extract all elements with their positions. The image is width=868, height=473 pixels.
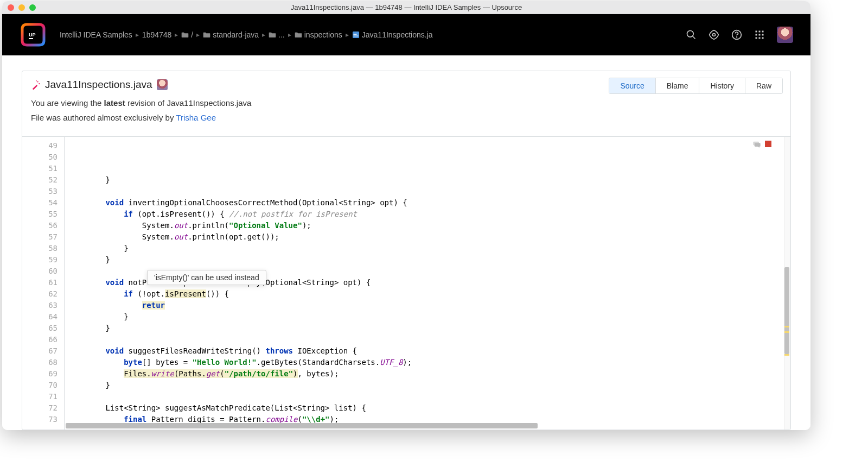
breadcrumb-item[interactable]: IntelliJ IDEA Samples [60, 30, 132, 39]
code-line[interactable]: } [65, 174, 747, 186]
line-number: 51 [22, 163, 64, 174]
view-tabs: SourceBlameHistoryRaw [609, 78, 783, 94]
svg-point-9 [713, 34, 716, 36]
inspection-tooltip: 'isEmpty()' can be used instead [147, 270, 266, 285]
breadcrumb-separator: ▸ [262, 31, 265, 39]
mac-window-controls[interactable] [8, 4, 36, 11]
code-line[interactable]: List<String> suggestAsMatchPredicate(Lis… [65, 402, 747, 414]
svg-rect-16 [759, 34, 761, 36]
line-number: 64 [22, 311, 64, 323]
minimize-window-button[interactable] [18, 4, 25, 11]
code-line[interactable] [65, 186, 747, 197]
breadcrumb-separator: ▸ [288, 31, 291, 39]
author-info-prefix: File was authored almost exclusively by [31, 113, 176, 122]
scrollbar-vertical[interactable] [784, 137, 790, 430]
breadcrumb-separator: ▸ [346, 31, 349, 39]
breadcrumb-item[interactable]: standard-java [203, 30, 259, 39]
breadcrumb-separator: ▸ [196, 31, 200, 39]
tab-source[interactable]: Source [609, 78, 655, 93]
svg-rect-19 [759, 37, 761, 39]
code-viewer[interactable]: 4950515253545556575859606162636465666768… [22, 136, 790, 430]
author-info: File was authored almost exclusively by … [31, 113, 782, 122]
code-line[interactable]: } [65, 380, 747, 391]
comments-icon[interactable] [752, 140, 762, 151]
line-number: 72 [22, 402, 64, 414]
code-line[interactable] [65, 391, 747, 402]
svg-line-7 [693, 36, 695, 39]
content-area: Java11Inspections.java SourceBlameHistor… [2, 55, 810, 430]
upsource-logo[interactable]: UP [20, 22, 47, 47]
author-link[interactable]: Trisha Gee [176, 113, 216, 122]
magic-wand-icon [31, 80, 41, 90]
nav-actions [686, 27, 793, 43]
line-number: 49 [22, 140, 64, 152]
line-number: 54 [22, 197, 64, 209]
code-line[interactable]: } [65, 254, 747, 266]
code-line[interactable]: Files.write(Paths.get("/path/to/file"), … [65, 368, 747, 380]
svg-point-6 [687, 31, 694, 37]
scrollbar-thumb[interactable] [784, 267, 789, 354]
svg-rect-2 [29, 38, 33, 39]
svg-rect-17 [762, 34, 764, 36]
close-window-button[interactable] [8, 4, 14, 11]
navbar: UP IntelliJ IDEA Samples▸1b94748▸/▸stand… [2, 14, 810, 55]
line-number: 66 [22, 334, 64, 345]
line-number: 50 [22, 152, 64, 163]
code-line[interactable]: byte[] bytes = "Hello World!".getBytes(S… [65, 357, 747, 368]
svg-point-23 [39, 83, 40, 84]
code-line[interactable]: System.out.println("Optional Value"); [65, 220, 747, 231]
code-line[interactable]: retur [65, 300, 747, 311]
line-number: 59 [22, 254, 64, 266]
tab-history[interactable]: History [699, 78, 745, 93]
tab-raw[interactable]: Raw [745, 78, 782, 93]
tab-blame[interactable]: Blame [656, 78, 700, 93]
breadcrumb-separator: ▸ [175, 31, 178, 39]
code-line[interactable] [65, 334, 747, 345]
svg-rect-21 [33, 85, 38, 90]
file-pane: Java11Inspections.java SourceBlameHistor… [22, 71, 791, 430]
code-line[interactable]: void suggestFilesReadWriteString() throw… [65, 345, 747, 357]
code-line[interactable]: } [65, 243, 747, 254]
svg-rect-12 [756, 31, 757, 33]
breadcrumb: IntelliJ IDEA Samples▸1b94748▸/▸standard… [60, 30, 673, 39]
breadcrumb-item[interactable]: 1b94748 [142, 30, 172, 39]
breadcrumb-item[interactable]: inspections [295, 30, 342, 39]
apps-grid-icon[interactable] [754, 29, 765, 40]
search-icon[interactable] [686, 29, 697, 40]
scroll-marker [784, 326, 789, 327]
help-icon[interactable] [731, 29, 742, 40]
line-number: 61 [22, 277, 64, 288]
breadcrumb-item[interactable]: Java11Inspections.ja [352, 30, 433, 39]
code-line[interactable]: void invertingOptionalChoosesCorrectMeth… [65, 197, 747, 209]
svg-rect-14 [762, 31, 764, 33]
breadcrumb-item[interactable]: / [181, 30, 193, 39]
code-line[interactable]: if (!opt.isPresent()) { [65, 288, 747, 300]
scroll-marker [784, 354, 789, 356]
svg-rect-20 [762, 37, 764, 39]
svg-rect-18 [756, 37, 757, 39]
svg-rect-4 [353, 36, 358, 37]
svg-text:UP: UP [29, 32, 36, 37]
scroll-marker [784, 331, 789, 333]
line-number: 62 [22, 288, 64, 300]
author-avatar[interactable] [157, 79, 168, 90]
maximize-window-button[interactable] [29, 4, 36, 11]
code-line[interactable]: if (opt.isPresent()) { //.not postfix fo… [65, 209, 747, 220]
scrollbar-horizontal[interactable] [66, 423, 538, 428]
window-title: Java11Inspections.java — 1b94748 — Intel… [291, 3, 522, 11]
gear-icon[interactable] [709, 29, 719, 40]
breadcrumb-item[interactable]: ... [269, 30, 285, 39]
pane-header: Java11Inspections.java SourceBlameHistor… [22, 71, 790, 130]
user-avatar[interactable] [777, 27, 793, 43]
status-indicator[interactable] [765, 141, 771, 147]
code-line[interactable]: } [65, 323, 747, 334]
line-number: 68 [22, 357, 64, 368]
line-number: 57 [22, 231, 64, 243]
line-number: 71 [22, 391, 64, 402]
line-number: 52 [22, 174, 64, 186]
code-line[interactable]: System.out.println(opt.get()); [65, 231, 747, 243]
line-number: 70 [22, 380, 64, 391]
annotations-strip [747, 137, 784, 430]
line-number: 65 [22, 323, 64, 334]
code-line[interactable]: } [65, 311, 747, 323]
